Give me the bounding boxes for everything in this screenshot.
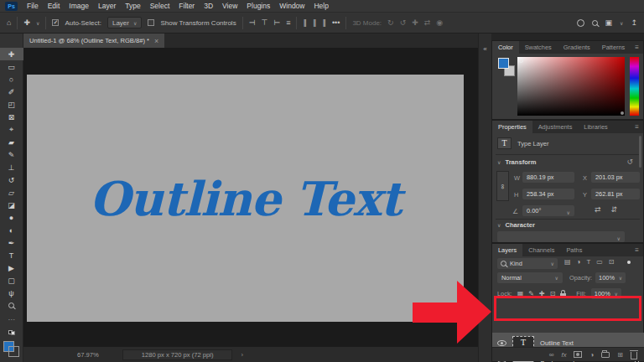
tool-blur[interactable]: ●: [0, 211, 23, 224]
3d-slide-icon[interactable]: ⇄: [424, 18, 431, 27]
3d-orbit-icon[interactable]: ↻: [387, 18, 394, 27]
filter-smart-objects-icon[interactable]: ⊡: [609, 258, 615, 266]
menu-item-layer[interactable]: Layer: [98, 2, 116, 10]
tool-eyedropper[interactable]: ⌖: [0, 123, 23, 136]
tab-adjustments[interactable]: Adjustments: [532, 121, 579, 133]
close-icon[interactable]: ×: [154, 37, 158, 45]
tab-properties[interactable]: Properties: [492, 121, 532, 133]
add-layer-mask-icon[interactable]: [574, 351, 582, 358]
3d-roll-icon[interactable]: ↺: [400, 18, 407, 27]
background-color-swatch[interactable]: [8, 346, 19, 357]
panel-menu-icon[interactable]: ≡: [635, 246, 639, 254]
distribute-icon[interactable]: ≡: [286, 18, 290, 27]
opacity-field[interactable]: 100% ∨: [595, 272, 626, 283]
move-tool-icon[interactable]: ✚: [23, 18, 30, 27]
tool-zoom[interactable]: [0, 299, 23, 312]
tool-dodge[interactable]: ◐: [0, 224, 23, 236]
distribute-vertical-icon[interactable]: ∥: [313, 18, 317, 27]
delete-layer-icon[interactable]: [631, 352, 637, 359]
layer-effects-icon[interactable]: fx: [562, 351, 567, 359]
document-tab[interactable]: Untitled-1 @ 68% (Outline Text, RGB/8#) …: [23, 34, 164, 48]
font-family-select[interactable]: ∨: [497, 231, 625, 242]
width-field[interactable]: 880.19 px: [522, 172, 574, 183]
adjustment-layer-icon[interactable]: ◑: [589, 351, 594, 359]
auto-select-checkbox[interactable]: ✓: [52, 19, 59, 26]
tool-type[interactable]: T: [0, 249, 23, 261]
tool-pen[interactable]: ✒: [0, 236, 23, 249]
height-field[interactable]: 258.34 px: [522, 189, 574, 199]
menu-item-window[interactable]: Window: [279, 2, 304, 10]
transform-section-header[interactable]: ∨ Transform: [497, 158, 537, 166]
filter-adjustment-layers-icon[interactable]: ◑: [577, 258, 581, 266]
chevron-down-icon[interactable]: ∨: [36, 20, 39, 26]
tab-patterns[interactable]: Patterns: [596, 41, 631, 54]
new-group-icon[interactable]: [601, 352, 610, 358]
new-layer-icon[interactable]: ⊞: [617, 351, 623, 359]
tab-layers[interactable]: Layers: [492, 244, 522, 256]
visibility-eye-icon[interactable]: [497, 340, 506, 346]
layer-filter-kind-select[interactable]: Kind ∨: [497, 258, 558, 269]
tool-clone-stamp[interactable]: ⊥: [0, 161, 23, 173]
panel-menu-icon[interactable]: ≡: [635, 44, 639, 51]
align-center-icon[interactable]: ⊤: [262, 18, 268, 27]
panel-menu-icon[interactable]: ≡: [635, 123, 639, 131]
scrollbar[interactable]: [639, 136, 641, 168]
menu-item-type[interactable]: Type: [125, 2, 140, 10]
menu-item-image[interactable]: Image: [69, 2, 89, 10]
auto-select-target-dropdown[interactable]: Layer ∨: [107, 17, 142, 28]
menu-item-view[interactable]: View: [222, 2, 237, 10]
tool-brush[interactable]: ✎: [0, 148, 23, 161]
filter-shape-layers-icon[interactable]: ▭: [596, 258, 603, 266]
tab-channels[interactable]: Channels: [522, 244, 560, 256]
menu-item-help[interactable]: Help: [314, 2, 328, 10]
layer-name[interactable]: Outline Text: [540, 339, 574, 347]
tool-object-selection[interactable]: ✐: [0, 85, 23, 98]
chevron-down-icon[interactable]: ∨: [620, 20, 623, 26]
tab-paths[interactable]: Paths: [560, 244, 588, 256]
tab-gradients[interactable]: Gradients: [558, 41, 596, 54]
tab-swatches[interactable]: Swatches: [519, 41, 558, 54]
workspace-icon[interactable]: ▣: [605, 18, 613, 27]
tool-hand[interactable]: ψ: [0, 287, 23, 299]
align-left-icon[interactable]: ⊣: [249, 18, 256, 27]
foreground-color-swatch[interactable]: [498, 58, 509, 69]
link-layers-icon[interactable]: ∞: [549, 351, 554, 359]
color-picker-dot[interactable]: [621, 111, 624, 115]
menu-item-filter[interactable]: Filter: [179, 2, 195, 10]
tool-lasso[interactable]: ○: [0, 73, 23, 85]
saturation-brightness-box[interactable]: [517, 57, 625, 116]
distribute-spacing-icon[interactable]: ∥: [322, 18, 326, 27]
tool-frame[interactable]: ⊠: [0, 111, 23, 123]
tool-history-brush[interactable]: ↺: [0, 173, 23, 186]
zoom-level[interactable]: 67.97%: [77, 351, 99, 359]
search-icon[interactable]: [592, 20, 598, 26]
flip-horizontal-icon[interactable]: ⇄: [595, 205, 601, 214]
tab-libraries[interactable]: Libraries: [578, 121, 613, 133]
y-field[interactable]: 262.81 px: [591, 189, 640, 199]
menu-item-3d[interactable]: 3D: [204, 2, 213, 10]
account-icon[interactable]: [577, 19, 584, 27]
status-chevron-icon[interactable]: ›: [241, 351, 243, 359]
reset-transform-icon[interactable]: ↺: [626, 158, 633, 166]
edit-toolbar-icon[interactable]: ⋯: [0, 313, 23, 326]
share-icon[interactable]: ↥: [631, 18, 637, 27]
tool-spot-healing-brush[interactable]: ▰: [0, 136, 23, 148]
align-right-icon[interactable]: ⊢: [273, 18, 280, 27]
tool-move[interactable]: ✚: [0, 48, 23, 60]
3d-camera-icon[interactable]: ◉: [436, 18, 443, 27]
blend-mode-select[interactable]: Normal ∨: [497, 272, 563, 283]
home-icon[interactable]: ⌂: [7, 18, 11, 27]
tool-path-selection[interactable]: ▶: [0, 261, 23, 274]
tool-crop[interactable]: ◰: [0, 98, 23, 111]
link-dimensions-toggle[interactable]: ∞: [496, 171, 509, 201]
character-section-header[interactable]: ∨ Character: [497, 221, 535, 229]
document-canvas[interactable]: Outline Text: [27, 75, 464, 322]
filter-toggle-icon[interactable]: [627, 261, 631, 264]
tab-color[interactable]: Color: [492, 41, 519, 54]
menu-item-edit[interactable]: Edit: [48, 2, 60, 10]
color-picker-marker[interactable]: [519, 59, 523, 63]
flip-vertical-icon[interactable]: ⇵: [611, 205, 618, 214]
show-transform-checkbox[interactable]: [148, 19, 154, 26]
distribute-horizontal-icon[interactable]: ∥: [303, 18, 307, 27]
default-colors-icon[interactable]: [0, 326, 23, 339]
